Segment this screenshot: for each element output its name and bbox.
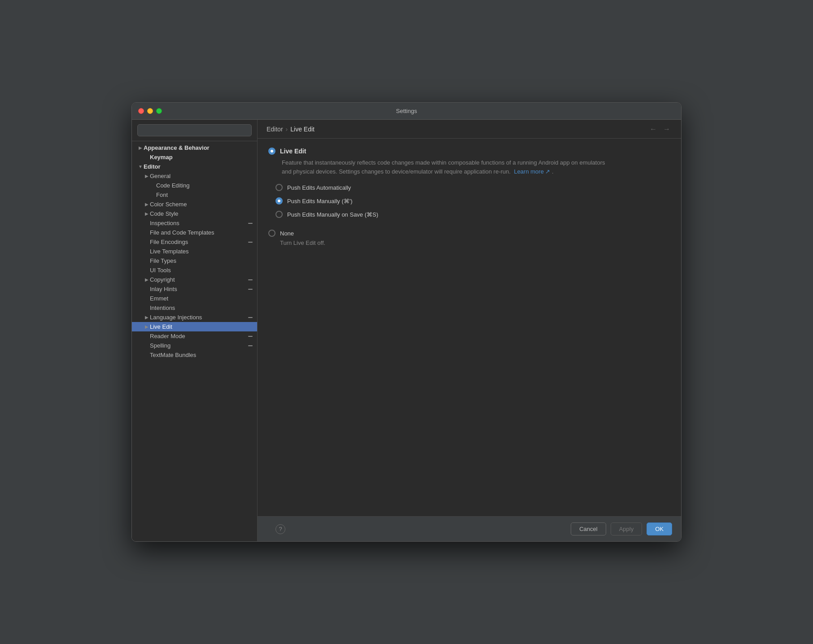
search-input[interactable]: [137, 124, 252, 136]
sidebar-item-label: Live Edit: [150, 323, 254, 330]
maximize-button[interactable]: [156, 108, 162, 114]
partial-icon: [247, 239, 254, 245]
sidebar-item-file-types[interactable]: File Types: [132, 256, 257, 265]
none-description: Turn Live Edit off.: [280, 239, 670, 246]
sidebar-item-inlay-hints[interactable]: Inlay Hints: [132, 284, 257, 294]
sidebar-item-label: Editor: [144, 163, 254, 170]
live-edit-description: Feature that instantaneously reflects co…: [282, 158, 614, 176]
sidebar-item-reader-mode[interactable]: Reader Mode: [132, 331, 257, 341]
sidebar-item-editor[interactable]: ▼ Editor: [132, 162, 257, 171]
nav-arrows: ← →: [648, 124, 672, 134]
partial-icon: [247, 314, 254, 321]
sidebar-item-file-code-templates[interactable]: File and Code Templates: [132, 228, 257, 237]
help-button[interactable]: ?: [275, 524, 285, 534]
arrow-icon: ▶: [144, 324, 150, 329]
arrow-icon: ▶: [144, 277, 150, 282]
arrow-icon: ▶: [144, 174, 150, 178]
minimize-button[interactable]: [147, 108, 153, 114]
close-button[interactable]: [138, 108, 144, 114]
arrow-icon: ▶: [144, 315, 150, 320]
search-wrapper: 🔍: [137, 124, 252, 136]
partial-icon: [247, 343, 254, 349]
sidebar-item-label: Color Scheme: [150, 201, 254, 208]
footer-inner: ? Cancel Apply OK: [267, 522, 672, 535]
breadcrumb: Editor › Live Edit: [267, 126, 315, 133]
learn-more-link[interactable]: Learn more ↗: [514, 168, 550, 175]
radio-label-push-auto: Push Edits Automatically: [287, 184, 351, 191]
sidebar-item-label: Font: [156, 191, 254, 198]
back-arrow[interactable]: ←: [648, 124, 659, 134]
sidebar-item-emmet[interactable]: Emmet: [132, 294, 257, 303]
sidebar-item-copyright[interactable]: ▶ Copyright: [132, 275, 257, 284]
none-section: None Turn Live Edit off.: [268, 230, 670, 246]
sidebar-item-label: Language Injections: [150, 314, 245, 321]
sidebar-item-label: TextMate Bundles: [150, 352, 254, 358]
sidebar-item-label: Emmet: [150, 295, 254, 302]
sidebar-item-intentions[interactable]: Intentions: [132, 303, 257, 313]
sidebar-item-label: Intentions: [150, 305, 254, 311]
sidebar-item-label: File Types: [150, 257, 254, 264]
sidebar-item-code-editing[interactable]: Code Editing: [132, 181, 257, 190]
main-option-row: Live Edit: [268, 148, 670, 155]
radio-push-auto[interactable]: [275, 184, 283, 191]
none-label: None: [280, 230, 294, 237]
arrow-icon: ▶: [144, 202, 150, 207]
radio-row-push-auto: Push Edits Automatically: [275, 183, 670, 192]
radio-none[interactable]: [268, 230, 275, 237]
sidebar-tree: ▶ Appearance & Behavior Keymap ▼ Editor …: [132, 141, 257, 541]
radio-row-push-manually: Push Edits Manually (⌘'): [275, 196, 670, 205]
radio-row-push-save: Push Edits Manually on Save (⌘S): [275, 210, 670, 219]
sidebar-item-file-encodings[interactable]: File Encodings: [132, 237, 257, 247]
titlebar: Settings: [132, 103, 681, 120]
breadcrumb-parent: Editor: [267, 126, 283, 133]
panel-body: Live Edit Feature that instantaneously r…: [258, 139, 681, 516]
arrow-icon: ▼: [137, 164, 144, 169]
sidebar-item-font[interactable]: Font: [132, 190, 257, 200]
sidebar-item-label: File and Code Templates: [150, 229, 254, 236]
sidebar-item-label: Copyright: [150, 276, 245, 283]
sidebar-item-general[interactable]: ▶ General: [132, 171, 257, 181]
sidebar-item-color-scheme[interactable]: ▶ Color Scheme: [132, 200, 257, 209]
sidebar-item-textmate-bundles[interactable]: TextMate Bundles: [132, 350, 257, 360]
sidebar-item-label: Appearance & Behavior: [144, 144, 254, 151]
sidebar-item-code-style[interactable]: ▶ Code Style: [132, 209, 257, 218]
right-panel: Editor › Live Edit ← → Live Edit: [258, 120, 681, 541]
sidebar-item-label: Code Editing: [156, 182, 254, 189]
cancel-button[interactable]: Cancel: [571, 522, 606, 535]
ok-button[interactable]: OK: [647, 522, 672, 535]
sidebar-item-ui-tools[interactable]: UI Tools: [132, 265, 257, 275]
traffic-lights: [138, 108, 162, 114]
sidebar: 🔍 ▶ Appearance & Behavior Keymap ▼: [132, 120, 258, 541]
forward-arrow[interactable]: →: [661, 124, 672, 134]
sidebar-item-label: General: [150, 173, 254, 179]
radio-group: Push Edits Automatically Push Edits Manu…: [275, 183, 670, 219]
sidebar-item-live-edit[interactable]: ▶ Live Edit: [132, 322, 257, 331]
sidebar-item-spelling[interactable]: Spelling: [132, 341, 257, 350]
sidebar-item-language-injections[interactable]: ▶ Language Injections: [132, 313, 257, 322]
radio-push-manually[interactable]: [275, 197, 283, 205]
sidebar-item-inspections[interactable]: Inspections: [132, 218, 257, 228]
radio-label-push-manually: Push Edits Manually (⌘'): [287, 198, 353, 205]
main-content: 🔍 ▶ Appearance & Behavior Keymap ▼: [132, 120, 681, 541]
sidebar-item-label: Live Templates: [150, 248, 254, 255]
radio-label-push-save: Push Edits Manually on Save (⌘S): [287, 211, 378, 218]
apply-button[interactable]: Apply: [611, 522, 643, 535]
sidebar-item-appearance-behavior[interactable]: ▶ Appearance & Behavior: [132, 143, 257, 152]
live-edit-section: Live Edit Feature that instantaneously r…: [268, 148, 670, 219]
sidebar-item-keymap[interactable]: Keymap: [132, 152, 257, 162]
sidebar-item-live-templates[interactable]: Live Templates: [132, 247, 257, 256]
breadcrumb-separator: ›: [286, 126, 288, 133]
sidebar-item-label: Inspections: [150, 220, 245, 226]
sidebar-item-label: File Encodings: [150, 239, 245, 245]
window-title: Settings: [396, 108, 417, 114]
none-row: None: [268, 230, 670, 237]
sidebar-item-label: Keymap: [150, 154, 254, 161]
sidebar-item-label: Code Style: [150, 210, 254, 217]
sidebar-item-label: Reader Mode: [150, 333, 245, 339]
footer: ? Cancel Apply OK: [258, 516, 681, 541]
radio-push-save[interactable]: [275, 211, 283, 218]
partial-icon: [247, 220, 254, 226]
live-edit-radio[interactable]: [268, 148, 275, 155]
sidebar-item-label: Spelling: [150, 342, 245, 349]
arrow-icon: ▶: [137, 145, 144, 150]
